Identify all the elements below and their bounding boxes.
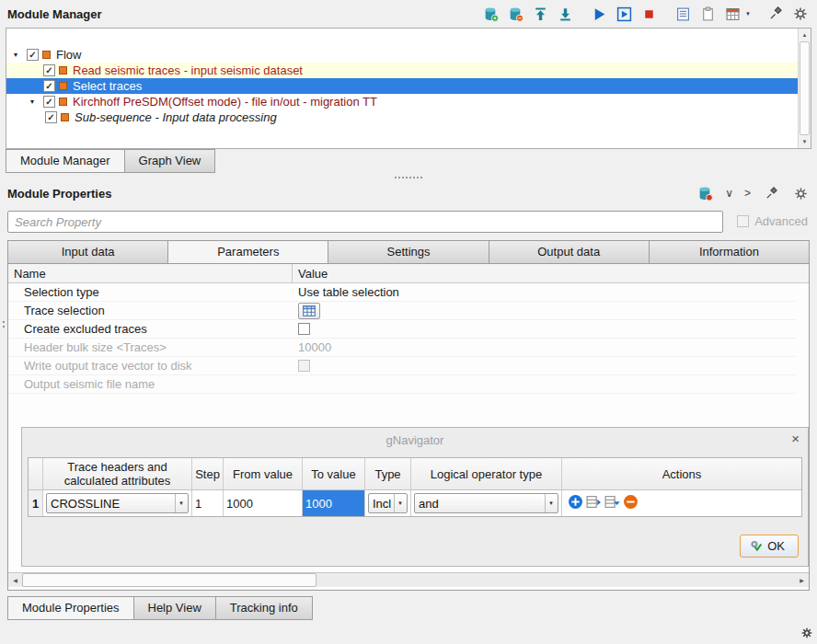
checkbox-read-seismic[interactable]: ✓: [43, 64, 55, 76]
scrollbar-thumb[interactable]: [22, 573, 316, 587]
scrollbar-thumb[interactable]: [800, 41, 810, 135]
chevron-down-icon: ▼: [394, 494, 403, 512]
module-properties-title: Module Properties: [7, 187, 111, 201]
scroll-left-icon[interactable]: ◀: [8, 573, 22, 587]
settings-gear-icon[interactable]: [791, 5, 810, 23]
schedule-dropdown-icon[interactable]: ▼: [745, 11, 751, 17]
property-row-selection-type[interactable]: Selection type Use table selection: [8, 283, 796, 302]
insert-row-after-icon[interactable]: [586, 494, 602, 512]
download-icon[interactable]: [556, 5, 574, 23]
property-row-trace-selection[interactable]: Trace selection: [8, 302, 796, 320]
properties-tabbar: Input data Parameters Settings Output da…: [7, 240, 810, 264]
corner-settings-icon[interactable]: [801, 627, 812, 641]
trace-selection-table-button[interactable]: [298, 303, 320, 319]
settings-gear-icon[interactable]: [791, 184, 810, 202]
tree-item-read-seismic-traces[interactable]: ✓ Read seismic traces - input seismic da…: [6, 63, 799, 78]
module-properties-header: Module Properties ∨ >: [0, 182, 817, 204]
clipboard-icon[interactable]: [698, 5, 717, 23]
module-square-icon: [59, 98, 67, 106]
tab-output-data[interactable]: Output data: [489, 240, 650, 264]
create-excluded-traces-checkbox[interactable]: [298, 323, 310, 335]
chevron-down-icon: ▼: [545, 494, 554, 512]
column-header-name: Name: [8, 264, 293, 282]
pin-icon[interactable]: [762, 184, 780, 202]
pin-icon[interactable]: [766, 5, 785, 23]
ok-label: OK: [767, 539, 785, 553]
dataset-remove-icon[interactable]: [506, 5, 524, 23]
run-icon[interactable]: [590, 5, 608, 23]
tree-item-flow[interactable]: ▾ ✓ Flow: [6, 47, 799, 63]
gnavigator-header-row: Trace headers and calculated attributes …: [29, 458, 801, 490]
checkbox-flow[interactable]: ✓: [27, 49, 39, 61]
upload-icon[interactable]: [531, 5, 549, 23]
gnavigator-titlebar[interactable]: gNavigator ×: [22, 428, 808, 452]
module-square-icon: [61, 113, 69, 121]
tab-tracking-info[interactable]: Tracking info: [215, 596, 313, 620]
horizontal-scrollbar: ◀ ▶: [8, 572, 809, 587]
gnavigator-title: gNavigator: [386, 433, 444, 447]
from-value-cell[interactable]: 1000: [224, 490, 303, 516]
trace-header-select[interactable]: CROSSLINE▼: [46, 493, 189, 513]
collapse-icon[interactable]: ∨: [725, 187, 733, 200]
expand-icon[interactable]: >: [744, 187, 751, 200]
bottom-tabbar: Module Properties Help View Tracking inf…: [7, 596, 313, 620]
logical-operator-select[interactable]: and▼: [414, 493, 558, 513]
column-header-to-value: To value: [303, 458, 365, 489]
tab-module-properties[interactable]: Module Properties: [7, 596, 134, 620]
module-manager-toolbar: ▼: [481, 5, 810, 23]
close-icon[interactable]: ×: [791, 431, 800, 446]
chevron-down-icon: ▼: [175, 494, 184, 512]
module-square-icon: [59, 82, 67, 90]
scroll-down-icon[interactable]: ▼: [799, 135, 811, 148]
property-row-write-output-trace-vector: Write output trace vector to disk: [8, 357, 796, 375]
tree-item-select-traces[interactable]: ✓ Select traces: [6, 78, 799, 94]
properties-grid-header: Name Value: [8, 264, 809, 283]
tab-input-data[interactable]: Input data: [7, 240, 168, 264]
to-value-cell[interactable]: 1000: [303, 490, 365, 516]
tab-help-view[interactable]: Help View: [133, 596, 216, 620]
run-flow-icon[interactable]: [615, 5, 633, 23]
log-icon[interactable]: [673, 5, 692, 23]
module-manager-tabbar: Module Manager Graph View: [6, 149, 215, 173]
panel-resize-handle-icon[interactable]: [3, 321, 5, 323]
splitter-handle-icon: [395, 177, 422, 178]
module-manager-header: Module Manager ▼: [0, 0, 817, 28]
row-index: 1: [29, 490, 43, 516]
advanced-option: Advanced: [737, 214, 808, 228]
remove-row-icon[interactable]: [623, 494, 639, 512]
column-header-logical-operator: Logical operator type: [411, 458, 562, 489]
panel-splitter[interactable]: [0, 173, 817, 181]
expander-icon[interactable]: ▾: [14, 51, 27, 59]
scroll-up-icon[interactable]: ▲: [799, 29, 811, 41]
row-actions: [565, 494, 639, 512]
expander-icon[interactable]: ▾: [30, 98, 43, 106]
tab-parameters[interactable]: Parameters: [167, 240, 328, 264]
dataset-stack-icon[interactable]: [696, 184, 714, 202]
checkbox-sub-sequence[interactable]: ✓: [45, 111, 57, 123]
property-row-create-excluded-traces[interactable]: Create excluded traces: [8, 320, 796, 339]
selection-type-value[interactable]: Use table selection: [293, 285, 399, 299]
dataset-add-icon[interactable]: [481, 5, 500, 23]
duplicate-row-icon[interactable]: [604, 494, 620, 512]
tab-graph-view[interactable]: Graph View: [124, 149, 216, 173]
stop-icon[interactable]: [639, 5, 658, 23]
tab-module-manager[interactable]: Module Manager: [6, 149, 125, 173]
schedule-icon[interactable]: [723, 5, 742, 23]
tab-information[interactable]: Information: [649, 240, 810, 264]
tab-settings[interactable]: Settings: [328, 240, 489, 264]
checkbox-kirchhoff[interactable]: ✓: [43, 96, 55, 108]
checkbox-select-traces[interactable]: ✓: [43, 80, 55, 92]
scroll-right-icon[interactable]: ▶: [795, 573, 809, 587]
tree-item-kirchhoff-presdm[interactable]: ▾ ✓ Kirchhoff PreSDM(Offset mode) - file…: [6, 94, 799, 109]
search-property-input[interactable]: [7, 211, 723, 233]
module-manager-title: Module Manager: [7, 7, 102, 21]
ok-button[interactable]: OK: [740, 535, 799, 558]
column-header-step: Step: [192, 458, 224, 489]
tree-item-sub-sequence[interactable]: ✓ Sub-sequence - Input data processing: [6, 109, 799, 125]
column-header-type: Type: [365, 458, 411, 489]
flow-tree: ▾ ✓ Flow ✓ Read seismic traces - input s…: [6, 28, 811, 149]
column-header-index: [29, 458, 43, 489]
step-cell[interactable]: 1: [192, 490, 224, 516]
add-row-icon[interactable]: [568, 494, 583, 512]
type-select[interactable]: Incl▼: [368, 493, 408, 513]
